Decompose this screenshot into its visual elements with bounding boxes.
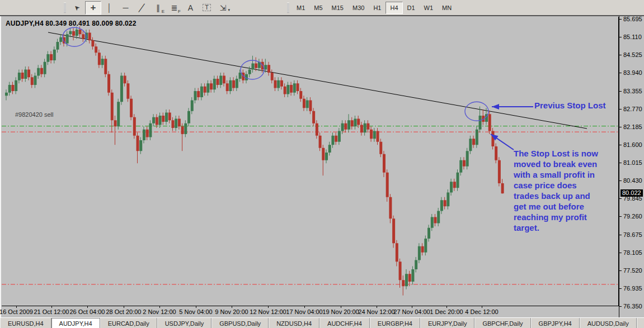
time-tick — [377, 306, 377, 308]
price-tick — [619, 198, 622, 199]
chart-plot-area[interactable]: AUDJPY,H4 80.349 80.491 80.009 80.022 #9… — [2, 17, 619, 306]
candle-body — [165, 112, 168, 122]
timeframe-d1-button[interactable]: D1 — [403, 2, 420, 14]
highlight-circle[interactable] — [465, 102, 488, 121]
candle-body — [466, 151, 469, 167]
chart-tab-eurusd[interactable]: EURUSD,H4 — [0, 318, 51, 328]
candle-body — [223, 75, 225, 83]
candle-body — [284, 87, 286, 94]
toolbar-grip[interactable] — [287, 3, 289, 13]
chart-tab-eurcad[interactable]: EURCAD,Daily — [100, 318, 157, 328]
candle-body — [213, 79, 216, 89]
time-tick-label: 4 Dec 12:00 — [465, 308, 498, 315]
candle-body — [328, 145, 331, 153]
text-tool[interactable]: A — [182, 1, 199, 15]
chart-tab-usdchf[interactable]: USDCHF,H4 — [637, 318, 644, 328]
candle-body — [72, 31, 75, 36]
price-tick — [619, 163, 622, 163]
candle-body — [386, 173, 389, 197]
candle-body — [319, 136, 322, 148]
time-tick — [87, 306, 88, 308]
candle-body — [267, 65, 270, 73]
toolbar-grip[interactable] — [64, 3, 66, 13]
timeframe-w1-button[interactable]: W1 — [420, 2, 438, 14]
candle-body — [469, 139, 472, 151]
descending-trendline[interactable] — [48, 32, 587, 129]
chart-tab-nzdusd[interactable]: NZDUSD,H4 — [269, 318, 319, 328]
candle-body — [37, 68, 40, 76]
candle-body — [226, 83, 229, 91]
time-axis[interactable]: 16 Oct 200921 Oct 12:0026 Oct 04:0028 Oc… — [2, 306, 619, 317]
timeframe-m5-button[interactable]: M5 — [309, 2, 327, 14]
candle-body — [200, 87, 203, 97]
crosshair-tool[interactable]: + — [85, 1, 101, 15]
fibonacci-tool[interactable]: ≣F — [166, 1, 182, 15]
candle-body — [191, 100, 194, 111]
chart-tab-usdjpy[interactable]: USDJPY,Daily — [157, 318, 212, 328]
candle-body — [453, 182, 456, 188]
timeframe-h1-button[interactable]: H1 — [369, 2, 386, 14]
annotation-note-line: with a small profit in — [514, 169, 619, 180]
candle-body — [8, 85, 11, 93]
chart-tab-gbpjpy[interactable]: GBPJPY,H4 — [531, 318, 580, 328]
text-label-tool[interactable]: T — [199, 1, 215, 15]
candle-body — [421, 246, 424, 253]
trendline-tool[interactable]: ╱ — [134, 1, 150, 15]
timeframe-m30-button[interactable]: M30 — [348, 2, 369, 14]
price-tick-label: 76.935 — [623, 285, 642, 292]
candle-body — [217, 79, 219, 85]
timeframe-mn-button[interactable]: MN — [438, 2, 456, 14]
candle-body — [392, 218, 395, 243]
annotation-stop-note[interactable]: The Stop Lost is nowmoved to break evenw… — [514, 148, 619, 233]
time-tick-label: 5 Nov 04:00 — [179, 308, 212, 315]
candle-body — [143, 130, 145, 140]
candle-body — [427, 228, 430, 239]
timeframe-m15-button[interactable]: M15 — [327, 2, 348, 14]
candle-body — [377, 131, 379, 141]
time-tick-label: 24 Nov 12:00 — [358, 308, 394, 315]
chart-tab-audusd[interactable]: AUDUSD,Daily — [580, 318, 637, 328]
candle-body — [95, 46, 97, 53]
time-tick — [232, 306, 232, 308]
candle-body — [325, 153, 328, 160]
price-axis[interactable]: 80.022 85.69585.11084.52583.94083.35582.… — [619, 16, 644, 317]
candle-body — [210, 83, 213, 89]
vertical-line-tool[interactable]: │ — [101, 1, 117, 15]
candle-body — [18, 73, 21, 80]
candle-body — [124, 75, 126, 83]
chart-tab-eurgbp[interactable]: EURGBP,H4 — [370, 318, 420, 328]
timeframe-m1-button[interactable]: M1 — [292, 2, 309, 14]
crosshair-icon: + — [91, 3, 96, 12]
time-tick — [446, 306, 447, 308]
chart-tab-audjpy[interactable]: AUDJPY,H4 — [51, 318, 100, 328]
horizontal-line-tool[interactable]: ─ — [117, 1, 134, 15]
candle-body — [379, 142, 382, 154]
arrows-tool[interactable]: ⇲▾ — [215, 1, 231, 15]
candle-body — [232, 80, 235, 88]
candle-body — [133, 117, 136, 136]
candle-body — [316, 123, 318, 136]
timeframe-h4-button[interactable]: H4 — [386, 2, 402, 14]
price-tick — [619, 73, 622, 73]
candle-body — [434, 217, 436, 223]
candle-body — [331, 136, 334, 145]
time-tick-label: 17 Nov 04:00 — [286, 308, 322, 315]
equidistant-channel-tool[interactable]: ∥E — [150, 1, 166, 15]
time-tick-label: 2 Nov 12:00 — [143, 308, 176, 315]
annotation-note-line: moved to break even — [514, 159, 619, 169]
candle-body — [373, 131, 376, 139]
annotation-note-line: reaching my profit — [514, 212, 619, 222]
dropdown-caret-icon: ▾ — [228, 8, 230, 12]
candle-body — [251, 63, 254, 69]
price-tick — [619, 91, 622, 92]
candle-body — [488, 114, 491, 131]
time-tick — [159, 306, 160, 308]
chart-tab-gbpusd[interactable]: GBPUSD,Daily — [211, 318, 269, 328]
time-tick-label: 27 Nov 04:00 — [393, 308, 430, 315]
candle-body — [139, 140, 142, 151]
annotation-previous-stop[interactable]: Previus Stop Lost — [534, 101, 606, 110]
chart-tab-eurjpy[interactable]: EURJPY,Daily — [420, 318, 475, 328]
cursor-tool[interactable]: ➤ — [69, 1, 85, 15]
chart-tab-gbpchf[interactable]: GBPCHF,Daily — [474, 318, 530, 328]
chart-tab-audchf[interactable]: AUDCHF,H4 — [319, 318, 370, 328]
